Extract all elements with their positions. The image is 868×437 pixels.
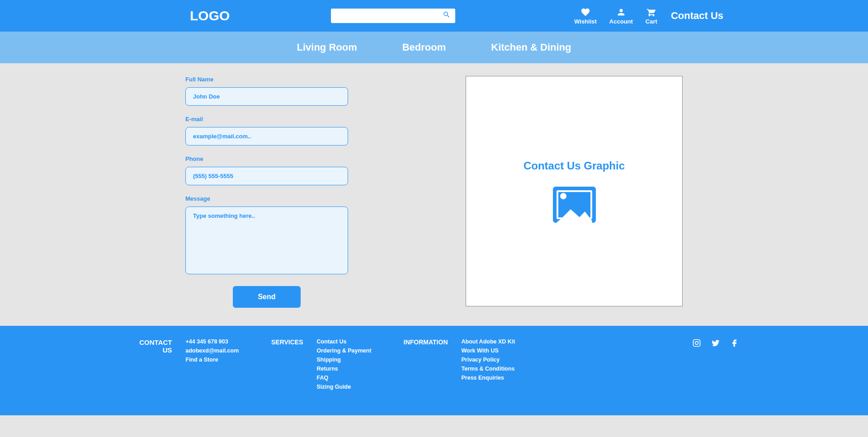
- footer-info-heading: INFORMATION: [403, 338, 448, 346]
- account-button[interactable]: Account: [609, 7, 633, 25]
- footer-link-terms[interactable]: Terms & Conditions: [462, 366, 534, 372]
- wishlist-label: Wishlist: [574, 18, 597, 25]
- twitter-icon[interactable]: [711, 338, 720, 348]
- footer-phone[interactable]: +44 345 678 903: [186, 338, 254, 345]
- footer-contact-heading-col: CONTACT US: [129, 338, 172, 393]
- email-group: E-mail: [185, 116, 348, 146]
- wishlist-button[interactable]: Wishlist: [574, 7, 597, 25]
- contact-us-link[interactable]: Contact Us: [671, 10, 723, 22]
- full-name-label: Full Name: [185, 76, 348, 83]
- footer-link-work[interactable]: Work With US: [462, 348, 534, 354]
- instagram-icon[interactable]: [692, 338, 701, 348]
- facebook-icon[interactable]: [730, 338, 739, 348]
- footer-info-lines: About Adobe XD Kit Work With US Privacy …: [462, 338, 534, 393]
- footer: CONTACT US +44 345 678 903 adobexd@mail.…: [0, 326, 868, 415]
- footer-services-heading: SERVICES: [267, 338, 303, 346]
- message-textarea[interactable]: [185, 207, 348, 274]
- footer-services-lines: Contact Us Ordering & Payment Shipping R…: [317, 338, 389, 393]
- footer-contact-lines: +44 345 678 903 adobexd@mail.com Find a …: [186, 338, 254, 393]
- search-container: [331, 9, 455, 23]
- footer-info-heading-col: INFORMATION: [403, 338, 448, 393]
- send-button[interactable]: Send: [233, 286, 301, 308]
- header-icons: Wishlist Account Cart: [574, 7, 657, 25]
- cart-icon: [646, 7, 656, 17]
- footer-link-sizing[interactable]: Sizing Guide: [317, 384, 389, 390]
- footer-link-press[interactable]: Press Enquiries: [462, 375, 534, 381]
- person-icon: [616, 7, 626, 17]
- graphic-column: Contact Us Graphic: [466, 76, 683, 308]
- message-group: Message: [185, 195, 348, 276]
- account-label: Account: [609, 18, 633, 25]
- message-label: Message: [185, 195, 348, 202]
- nav-bedroom[interactable]: Bedroom: [402, 42, 446, 53]
- nav-living-room[interactable]: Living Room: [297, 42, 357, 53]
- search-input[interactable]: [331, 9, 455, 23]
- graphic-title: Contact Us Graphic: [524, 160, 625, 172]
- cart-button[interactable]: Cart: [646, 7, 657, 25]
- footer-social: [692, 338, 739, 393]
- footer-services-heading-col: SERVICES: [267, 338, 303, 393]
- phone-group: Phone: [185, 155, 348, 185]
- footer-email[interactable]: adobexd@mail.com: [186, 348, 254, 354]
- main-content: Full Name E-mail Phone Message Send Cont…: [0, 63, 868, 326]
- email-input[interactable]: [185, 127, 348, 146]
- full-name-group: Full Name: [185, 76, 348, 106]
- category-nav: Living Room Bedroom Kitchen & Dining: [0, 32, 868, 63]
- phone-input[interactable]: [185, 167, 348, 185]
- footer-contact-heading: CONTACT US: [129, 338, 172, 354]
- header-bar: LOGO Wishlist Account Cart Contact Us: [0, 0, 868, 32]
- footer-link-contact-us[interactable]: Contact Us: [317, 338, 389, 345]
- nav-kitchen-dining[interactable]: Kitchen & Dining: [491, 42, 571, 53]
- email-label: E-mail: [185, 116, 348, 122]
- heart-icon: [580, 7, 590, 17]
- logo[interactable]: LOGO: [190, 8, 230, 23]
- footer-link-about[interactable]: About Adobe XD Kit: [462, 338, 534, 345]
- full-name-input[interactable]: [185, 87, 348, 106]
- footer-link-faq[interactable]: FAQ: [317, 375, 389, 381]
- contact-graphic-placeholder: Contact Us Graphic: [466, 76, 683, 306]
- search-icon[interactable]: [443, 11, 451, 21]
- footer-link-ordering[interactable]: Ordering & Payment: [317, 348, 389, 354]
- cart-label: Cart: [646, 18, 657, 25]
- footer-link-shipping[interactable]: Shipping: [317, 357, 389, 363]
- footer-link-privacy[interactable]: Privacy Policy: [462, 357, 534, 363]
- image-placeholder-icon: [553, 187, 596, 223]
- footer-link-returns[interactable]: Returns: [317, 366, 389, 372]
- footer-find-store[interactable]: Find a Store: [186, 357, 254, 363]
- phone-label: Phone: [185, 155, 348, 162]
- contact-form: Full Name E-mail Phone Message Send: [185, 76, 348, 308]
